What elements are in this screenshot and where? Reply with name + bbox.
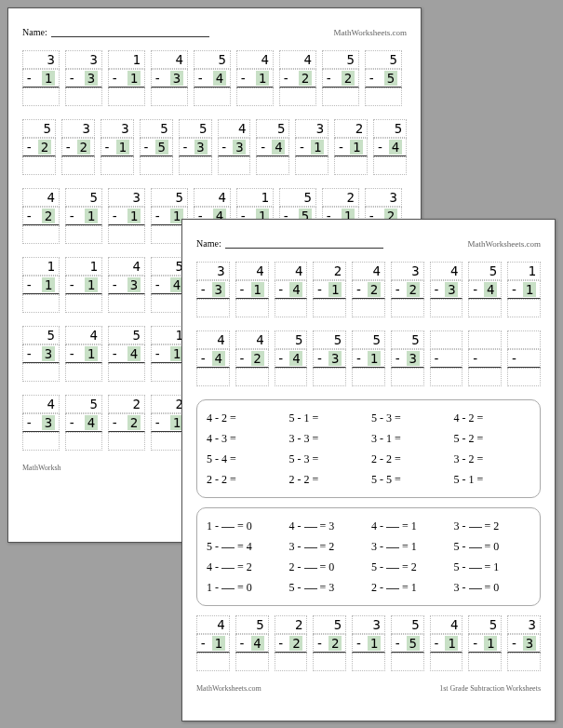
minuend: 4 xyxy=(22,395,60,413)
minuend: 5 xyxy=(279,188,316,207)
fill-blank-equation: 4 - = 2 xyxy=(207,557,284,577)
subtrahend: 4 xyxy=(251,636,264,651)
vertical-problem: 1-1 xyxy=(507,262,541,317)
subtrahend: 1 xyxy=(368,636,381,651)
subtrahend: 3 xyxy=(42,346,55,361)
blank xyxy=(221,527,235,528)
vertical-problem: - xyxy=(468,330,502,386)
subtrahend: 4 xyxy=(272,140,285,155)
answer-box xyxy=(140,156,173,175)
worksheet-page-front: Name: MathWorksheets.com 3-3 4-1 4-4 2-1… xyxy=(181,219,556,721)
subtrahend-row: -1 xyxy=(235,280,269,299)
equation: 3 - 1 = xyxy=(371,428,449,449)
minuend: 4 xyxy=(352,262,385,280)
minuend: 4 xyxy=(151,50,188,69)
vertical-problem: 4-1 xyxy=(196,615,230,671)
fill-blank-equation: 4 - = 3 xyxy=(289,516,367,536)
fill-blank-equation: 5 - = 2 xyxy=(371,557,449,577)
subtrahend: 1 xyxy=(445,636,458,651)
minuend xyxy=(468,330,502,349)
vertical-problem: 4-4 xyxy=(275,262,308,317)
front-problem-rows-bottom: 4-1 5-4 2-2 5-2 3-1 5-5 4-1 5-1 3-3 xyxy=(196,615,541,671)
answer-box xyxy=(108,294,145,313)
subtrahend: 3 xyxy=(212,282,225,297)
equation: 4 - 3 = xyxy=(207,428,284,449)
footer-right: 1st Grade Subtraction Worksheets xyxy=(439,684,541,693)
fill-blank-equation: 2 - = 1 xyxy=(371,577,449,598)
equation: 3 - 3 = xyxy=(289,428,367,449)
subtrahend: 3 xyxy=(170,71,183,86)
subtrahend: 1 xyxy=(350,140,363,155)
blank xyxy=(386,547,399,548)
vertical-problem: - xyxy=(430,330,463,386)
subtrahend: 1 xyxy=(256,71,269,86)
subtrahend: 4 xyxy=(389,140,402,155)
fill-blank-equation: 4 - = 1 xyxy=(371,516,449,536)
vertical-problem: 2-1 xyxy=(334,119,368,175)
minuend: 1 xyxy=(22,257,60,276)
vertical-problem: 5-3 xyxy=(179,119,212,175)
subtrahend: 2 xyxy=(77,140,90,155)
subtrahend-row: -1 xyxy=(22,69,60,88)
answer-box xyxy=(65,432,102,451)
minuend: 3 xyxy=(61,119,95,138)
subtrahend-row: -4 xyxy=(235,634,269,653)
answer-box xyxy=(235,299,269,317)
answer-box xyxy=(194,88,231,106)
answer-box xyxy=(22,432,60,451)
minuend: 2 xyxy=(108,395,145,413)
subtrahend-row: -2 xyxy=(391,280,424,299)
subtrahend-row: -4 xyxy=(275,349,308,368)
vertical-problem: 2-1 xyxy=(313,262,346,317)
answer-box xyxy=(108,88,145,106)
subtrahend: 2 xyxy=(328,636,342,651)
vertical-problem: 3-2 xyxy=(61,119,95,175)
answer-box xyxy=(430,653,463,671)
minuend: 2 xyxy=(313,262,346,280)
problem-row: 4-1 5-4 2-2 5-2 3-1 5-5 4-1 5-1 3-3 xyxy=(196,615,541,671)
equation: 5 - 3 = xyxy=(371,408,449,428)
answer-box xyxy=(236,88,274,106)
subtrahend: 2 xyxy=(407,282,420,297)
answer-box xyxy=(468,368,502,386)
subtrahend: 4 xyxy=(213,71,226,86)
vertical-problem: 4-1 xyxy=(430,615,463,671)
vertical-problem: 4-2 xyxy=(22,188,60,244)
answer-box xyxy=(391,299,424,317)
vertical-problem: 5-2 xyxy=(322,50,359,106)
vertical-problem: 1-1 xyxy=(65,257,102,313)
blank xyxy=(386,527,399,528)
minuend: 2 xyxy=(322,188,359,207)
vertical-problem: 4-2 xyxy=(235,330,269,386)
minuend: 3 xyxy=(108,188,145,207)
vertical-problem: 3-1 xyxy=(352,615,385,671)
subtrahend-row: -3 xyxy=(507,634,541,653)
vertical-problem: 5-2 xyxy=(313,615,346,671)
subtrahend: 4 xyxy=(212,351,225,366)
header: Name: MathWorksheets.com xyxy=(22,27,407,37)
answer-box xyxy=(61,156,95,175)
subtrahend: 1 xyxy=(127,71,141,86)
minuend: 3 xyxy=(365,188,402,207)
minuend: 5 xyxy=(179,119,212,138)
answer-box xyxy=(507,653,541,671)
subtrahend: 2 xyxy=(251,351,264,366)
name-underline xyxy=(225,248,383,249)
vertical-problem: 5-3 xyxy=(313,330,346,386)
subtrahend: 3 xyxy=(445,282,458,297)
fill-blank-equation: 5 - = 4 xyxy=(207,536,284,557)
subtrahend-row: -2 xyxy=(322,69,359,88)
vertical-problem: 4-3 xyxy=(108,257,145,313)
answer-box xyxy=(179,156,212,175)
minuend: 4 xyxy=(196,615,230,634)
subtrahend-row: -1 xyxy=(507,280,541,299)
answer-box xyxy=(151,88,188,106)
minuend: 2 xyxy=(334,119,368,138)
subtrahend-row: -3 xyxy=(430,280,463,299)
vertical-problem: 5-1 xyxy=(468,615,502,671)
subtrahend: 2 xyxy=(342,71,355,86)
subtrahend-row: -1 xyxy=(65,276,102,294)
blank xyxy=(304,547,317,548)
minuend: 4 xyxy=(65,326,102,344)
subtrahend: 1 xyxy=(116,140,129,155)
